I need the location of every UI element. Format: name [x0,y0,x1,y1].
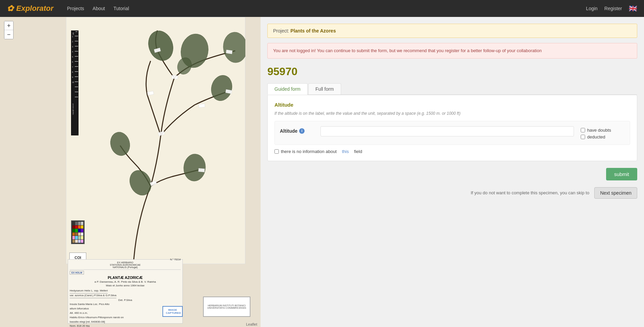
no-info-row: there is no information about this field [274,149,630,154]
right-panel: Project: Plants of the Azores You are no… [261,17,644,327]
deducted-label: deducted [587,134,605,139]
nav-links: Projects About Tutorial [67,6,129,11]
next-specimen-info-text: If you do not want to complete this spec… [471,190,589,195]
specimen-image: cm 1 2 3 4 5 6 7 [0,17,261,327]
nav-link-tutorial[interactable]: Tutorial [113,6,129,11]
form-section-description: If the altitude is on the label, write t… [274,111,630,116]
have-doubts-checkbox-label[interactable]: have doubts [581,128,625,133]
tab-guided-form[interactable]: Guided form [267,83,308,95]
no-info-checkbox[interactable] [274,149,279,154]
no-info-label[interactable]: there is no information about this field [274,149,630,154]
altitude-field-row: Altitude i have doubts deducted [274,121,630,145]
brand-name: Explorator [16,4,53,13]
register-link[interactable]: Register [604,6,622,11]
login-link[interactable]: Login [586,6,598,11]
warning-banner: You are not logged in! You can continue … [267,43,637,59]
zoom-controls: + − [4,21,14,39]
altitude-checkboxes: have doubts deducted [581,126,625,139]
leaflet-label: Leaflet [246,322,257,326]
project-label: Project: [273,28,289,34]
next-specimen-row: If you do not want to complete this spec… [267,187,637,199]
nav-link-projects[interactable]: Projects [67,6,84,11]
project-banner: Project: Plants of the Azores [267,24,637,38]
image-captured-badge: IMAGE CAPTURED [162,306,183,317]
main-layout: + − cm 1 [0,17,644,327]
ruler: cm 1 2 3 4 5 6 7 [71,30,79,135]
color-chart [71,220,85,244]
flower-icon: ✿ [7,4,14,13]
no-info-this-link[interactable]: this [342,149,349,154]
navbar: ✿ Explorator Projects About Tutorial Log… [0,0,644,17]
submit-button[interactable]: submit [606,168,637,180]
tab-full-form[interactable]: Full form [308,83,341,94]
form-tabs: Guided form Full form [267,83,637,95]
form-card: Altitude If the altitude is on the label… [267,95,637,161]
specimen-id: 95970 [267,65,637,78]
next-specimen-button[interactable]: Next specimen [594,187,637,199]
altitude-input[interactable] [320,126,574,136]
no-info-text-after: field [354,149,362,154]
zoom-in-button[interactable]: + [4,21,13,30]
form-section-title: Altitude [274,102,630,108]
have-doubts-label: have doubts [587,128,611,133]
have-doubts-checkbox[interactable] [581,128,585,132]
language-flag-icon[interactable]: 🇬🇧 [629,4,637,13]
left-panel: + − cm 1 [0,17,261,327]
altitude-input-wrapper [320,126,574,136]
herbarium-stamp: HERBARIUM INSTITUTI BOTANICI UNIVERSITAT… [203,297,250,317]
zoom-out-button[interactable]: − [4,30,13,39]
submit-row: submit [267,168,637,180]
altitude-label: Altitude i [280,126,314,134]
navbar-right: Login Register 🇬🇧 [586,4,637,13]
nav-link-about[interactable]: About [93,6,105,11]
no-info-text-before: there is no information about [281,149,337,154]
brand-logo[interactable]: ✿ Explorator [7,4,53,13]
deducted-checkbox-label[interactable]: deducted [581,134,625,139]
project-name: Plants of the Azores [290,28,336,34]
deducted-checkbox[interactable] [581,135,585,139]
specimen-background [66,17,245,264]
altitude-info-icon[interactable]: i [299,128,305,134]
